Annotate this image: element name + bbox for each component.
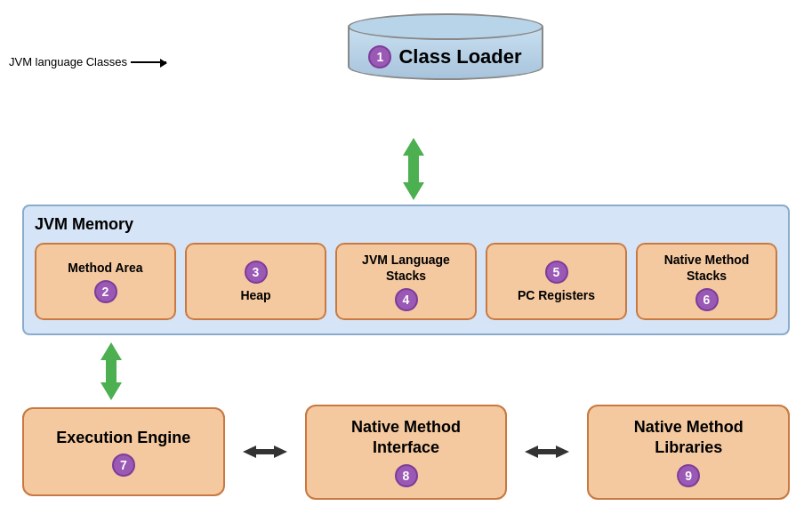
memory-box-native-stacks: Native Method Stacks 6 [636, 243, 777, 320]
bottom-section: Execution Engine 7 Native Method Interfa… [22, 405, 790, 500]
svg-marker-11 [556, 446, 569, 458]
native-stacks-label: Native Method Stacks [647, 252, 767, 284]
nml-badge: 9 [677, 464, 700, 487]
jvm-language-classes-label: JVM language Classes [9, 55, 166, 68]
pc-registers-label: PC Registers [518, 287, 595, 303]
nml-label: Native Method Libraries [602, 417, 775, 459]
horiz-double-arrow-svg-2 [525, 443, 569, 461]
main-vertical-arrow [396, 138, 431, 200]
jvm-memory-box: JVM Memory Method Area 2 3 Heap JVM Lang… [22, 205, 790, 335]
memory-boxes-container: Method Area 2 3 Heap JVM Language Stacks… [35, 243, 777, 320]
jvm-label-arrow [131, 61, 166, 63]
jvm-stacks-label: JVM Language Stacks [346, 252, 466, 284]
memory-box-method-area: Method Area 2 [35, 243, 176, 320]
secondary-vertical-arrow [93, 342, 129, 400]
svg-marker-3 [100, 342, 122, 360]
method-area-label: Method Area [68, 260, 142, 276]
native-method-libraries-box: Native Method Libraries 9 [587, 405, 790, 500]
memory-box-jvm-stacks: JVM Language Stacks 4 [335, 243, 477, 320]
pc-registers-badge: 5 [545, 261, 568, 284]
memory-box-pc-registers: 5 PC Registers [486, 243, 627, 320]
nmi-badge: 8 [395, 464, 418, 487]
nmi-label: Native Method Interface [320, 417, 493, 459]
class-loader-cylinder: 1 Class Loader [348, 13, 543, 93]
svg-marker-6 [243, 446, 256, 458]
native-method-interface-box: Native Method Interface 8 [305, 405, 508, 500]
jvm-stacks-badge: 4 [395, 288, 418, 311]
class-loader-section: 1 Class Loader [348, 13, 543, 93]
svg-marker-9 [525, 446, 538, 458]
svg-rect-1 [408, 156, 419, 182]
jvm-memory-title: JVM Memory [35, 215, 777, 234]
native-stacks-badge: 6 [695, 288, 719, 311]
svg-marker-2 [403, 182, 424, 200]
class-loader-text: Class Loader [398, 45, 521, 68]
execution-engine-label: Execution Engine [56, 428, 190, 448]
class-loader-label: 1 Class Loader [368, 45, 521, 68]
memory-box-heap: 3 Heap [185, 243, 326, 320]
method-area-badge: 2 [94, 280, 117, 303]
arrow-nmi-to-nml [525, 443, 569, 461]
execution-engine-box: Execution Engine 7 [22, 407, 225, 496]
execution-engine-badge: 7 [112, 454, 135, 477]
svg-rect-10 [538, 449, 556, 454]
heap-badge: 3 [245, 261, 268, 284]
svg-marker-5 [100, 382, 122, 400]
svg-marker-0 [403, 138, 424, 156]
arrow-exec-to-nmi [243, 443, 287, 461]
diagram: JVM language Classes 1 Class Loader JVM [0, 0, 812, 530]
heap-label: Heap [240, 287, 270, 303]
class-loader-badge: 1 [368, 45, 391, 68]
svg-rect-4 [106, 360, 117, 382]
vertical-double-arrow-svg [396, 138, 431, 200]
horiz-double-arrow-svg-1 [243, 443, 287, 461]
vertical-double-arrow-svg-2 [93, 342, 129, 400]
svg-marker-8 [274, 446, 287, 458]
svg-rect-7 [256, 449, 274, 454]
cylinder-top [348, 13, 543, 40]
